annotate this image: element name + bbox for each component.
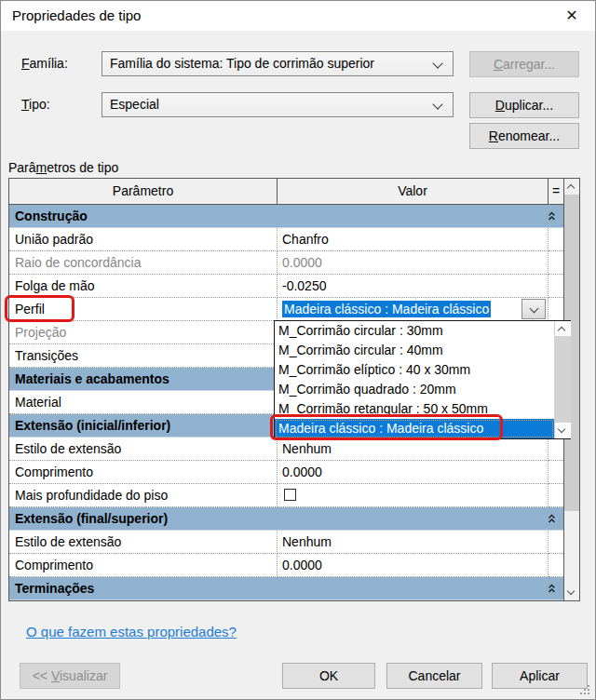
section-row[interactable]: Extensão (final/superior) bbox=[9, 507, 563, 531]
collapse-icon[interactable] bbox=[547, 584, 557, 594]
close-icon: ✕ bbox=[565, 7, 577, 23]
param-value[interactable]: Nenhum bbox=[278, 531, 549, 554]
collapse-icon[interactable] bbox=[547, 514, 557, 524]
chevron-up-icon bbox=[558, 327, 565, 334]
section-title: Terminações bbox=[9, 577, 563, 600]
combo-dropdown-button[interactable] bbox=[522, 299, 546, 319]
equals-cell bbox=[549, 461, 563, 484]
familia-select-value: Família do sistema: Tipo de corrimão sup… bbox=[110, 56, 374, 71]
equals-cell bbox=[549, 484, 563, 507]
param-value[interactable]: -0.0250 bbox=[278, 275, 549, 298]
scroll-down-button[interactable] bbox=[555, 423, 571, 438]
table-header: Parâmetro Valor = bbox=[9, 179, 563, 205]
tipo-select-value: Especial bbox=[110, 97, 159, 112]
equals-cell bbox=[549, 531, 563, 554]
dropdown-item[interactable]: M_Corrimão circular : 30mm bbox=[275, 321, 554, 341]
carregar-button: Carregar... bbox=[469, 51, 579, 77]
profile-dropdown-popup: M_Corrimão circular : 30mm M_Corrimão ci… bbox=[274, 320, 571, 439]
table-row: Folga de mão -0.0250 bbox=[9, 275, 563, 298]
dropdown-scrollbar[interactable] bbox=[554, 321, 570, 438]
familia-select[interactable]: Família do sistema: Tipo de corrimão sup… bbox=[102, 51, 454, 76]
param-value[interactable]: Chanfro bbox=[278, 228, 549, 251]
column-header-valor[interactable]: Valor bbox=[278, 179, 549, 204]
window-title: Propriedades de tipo bbox=[12, 1, 141, 31]
param-name: Estilo de extensão bbox=[9, 438, 278, 461]
dropdown-item[interactable]: M_Corrimão circular : 40mm bbox=[275, 341, 554, 360]
table-row: Comprimento 0.0000 bbox=[9, 461, 563, 484]
table-row: União padrão Chanfro bbox=[9, 228, 563, 251]
section-title: Construção bbox=[9, 205, 563, 228]
perfil-combobox[interactable]: Madeira clássico : Madeira clássico bbox=[278, 298, 549, 321]
column-header-parametro[interactable]: Parâmetro bbox=[9, 179, 278, 204]
param-name: Comprimento bbox=[9, 461, 278, 484]
chevron-down-icon bbox=[530, 304, 539, 314]
renomear-button[interactable]: Renomear... bbox=[469, 123, 579, 149]
dropdown-item-selected[interactable]: Madeira clássico : Madeira clássico bbox=[275, 419, 554, 438]
type-parameters-label: Parâmetros de tipo bbox=[8, 160, 118, 175]
param-value bbox=[278, 484, 549, 507]
titlebar: Propriedades de tipo ✕ bbox=[1, 1, 595, 31]
checkbox[interactable] bbox=[284, 489, 296, 501]
equals-cell bbox=[549, 554, 563, 577]
table-row: Estilo de extensão Nenhum bbox=[9, 438, 563, 461]
param-name: Projeção bbox=[9, 321, 278, 344]
close-button[interactable]: ✕ bbox=[552, 1, 591, 30]
scroll-up-button[interactable] bbox=[564, 179, 579, 195]
param-value[interactable]: Nenhum bbox=[278, 438, 549, 461]
section-row[interactable]: Terminações bbox=[9, 577, 563, 600]
dropdown-item[interactable]: M_Corrimão elíptico : 40 x 30mm bbox=[275, 360, 554, 380]
chevron-down-icon bbox=[432, 58, 442, 68]
perfil-selected-value: Madeira clássico : Madeira clássico bbox=[282, 301, 491, 317]
chevron-down-icon bbox=[432, 99, 442, 109]
dropdown-item[interactable]: M_Corrimão retangular : 50 x 50mm bbox=[275, 399, 554, 419]
table-row: Raio de concordância 0.0000 bbox=[9, 251, 563, 275]
aplicar-button[interactable]: Aplicar bbox=[492, 663, 588, 689]
tipo-label: Tipo: bbox=[21, 92, 50, 117]
familia-label: Família: bbox=[21, 51, 68, 76]
param-value: 0.0000 bbox=[278, 251, 549, 275]
equals-cell bbox=[549, 251, 563, 275]
visualizar-button: << Visualizar bbox=[20, 663, 120, 689]
equals-cell bbox=[549, 228, 563, 251]
tipo-select[interactable]: Especial bbox=[102, 92, 454, 117]
equals-cell bbox=[549, 275, 563, 298]
chevron-down-icon bbox=[567, 587, 575, 595]
chevron-up-icon bbox=[567, 184, 575, 192]
equals-cell bbox=[549, 298, 563, 321]
ok-button[interactable]: OK bbox=[282, 663, 375, 689]
cancelar-button[interactable]: Cancelar bbox=[386, 663, 482, 689]
section-title: Extensão (final/superior) bbox=[9, 507, 563, 531]
param-value[interactable]: 0.0000 bbox=[278, 554, 549, 577]
param-name: Folga de mão bbox=[9, 275, 278, 298]
param-name: Perfil bbox=[9, 298, 278, 321]
param-name: Transições bbox=[9, 344, 278, 368]
column-header-equals[interactable]: = bbox=[549, 179, 563, 204]
param-name: Comprimento bbox=[9, 554, 278, 577]
param-value[interactable]: 0.0000 bbox=[278, 461, 549, 484]
table-row: Mais profundidade do piso bbox=[9, 484, 563, 507]
dropdown-list: M_Corrimão circular : 30mm M_Corrimão ci… bbox=[275, 321, 554, 438]
param-name: União padrão bbox=[9, 228, 278, 251]
scroll-down-button[interactable] bbox=[564, 585, 579, 600]
dropdown-item[interactable]: M_Corrimão quadrado : 20mm bbox=[275, 380, 554, 399]
type-properties-dialog: Propriedades de tipo ✕ Família: Família … bbox=[0, 0, 596, 700]
help-link[interactable]: O que fazem estas propriedades? bbox=[26, 624, 237, 639]
section-row[interactable]: Construção bbox=[9, 205, 563, 228]
duplicar-button[interactable]: Duplicar... bbox=[469, 92, 579, 118]
table-row: Estilo de extensão Nenhum bbox=[9, 531, 563, 554]
chevron-down-icon bbox=[558, 425, 565, 433]
param-name: Raio de concordância bbox=[9, 251, 278, 275]
param-name: Material bbox=[9, 391, 278, 414]
resize-grip-icon[interactable] bbox=[580, 685, 590, 695]
scroll-up-button[interactable] bbox=[555, 321, 571, 337]
scroll-thumb[interactable] bbox=[555, 336, 571, 424]
table-row-perfil: Perfil Madeira clássico : Madeira clássi… bbox=[9, 298, 563, 321]
table-row: Comprimento 0.0000 bbox=[9, 554, 563, 577]
param-name: Mais profundidade do piso bbox=[9, 484, 278, 507]
collapse-icon[interactable] bbox=[547, 211, 557, 222]
equals-cell bbox=[549, 438, 563, 461]
param-name: Estilo de extensão bbox=[9, 531, 278, 554]
